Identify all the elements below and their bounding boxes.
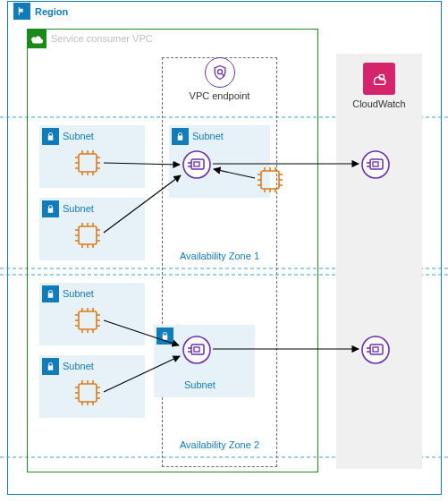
subnet-label: Subnet [192, 131, 224, 141]
subnet-box-4: Subnet [39, 283, 145, 345]
lock-icon [172, 128, 189, 145]
vpc-endpoint-box: VPC endpoint [162, 57, 277, 467]
subnet-label: Subnet [184, 379, 216, 390]
cloudwatch-icon [363, 63, 395, 95]
cloud-icon [28, 30, 46, 48]
subnet-label: Subnet [63, 131, 94, 141]
lock-icon [42, 285, 59, 302]
subnet-label: Subnet [63, 203, 94, 214]
svg-point-4 [217, 70, 222, 74]
vpc-label: Service consumer VPC [51, 33, 153, 44]
availability-zone-2-label: Availability Zone 2 [162, 439, 277, 450]
lock-icon [156, 328, 173, 345]
diagram-stage: Region Service consumer VPC VPC endpoint [0, 0, 448, 502]
lock-icon [42, 128, 59, 145]
subnet-box-5: Subnet [39, 355, 145, 418]
availability-zone-1-label: Availability Zone 1 [162, 251, 277, 261]
subnet-label: Subnet [63, 361, 94, 371]
region-flag-icon [13, 3, 30, 20]
lock-icon [42, 200, 59, 217]
subnet-box-6: Subnet [154, 325, 255, 397]
subnet-label: Subnet [63, 288, 94, 299]
subnet-box-1: Subnet [39, 125, 145, 188]
vpc-endpoint-label: VPC endpoint [163, 90, 276, 101]
cloudwatch-column: CloudWatch [336, 54, 422, 469]
subnet-box-2: Subnet [39, 198, 145, 260]
cloudwatch-label: CloudWatch [336, 98, 422, 109]
region-label: Region [35, 6, 68, 17]
lock-icon [42, 358, 59, 375]
vpc-endpoint-icon [205, 57, 235, 88]
subnet-box-3: Subnet [169, 125, 270, 198]
